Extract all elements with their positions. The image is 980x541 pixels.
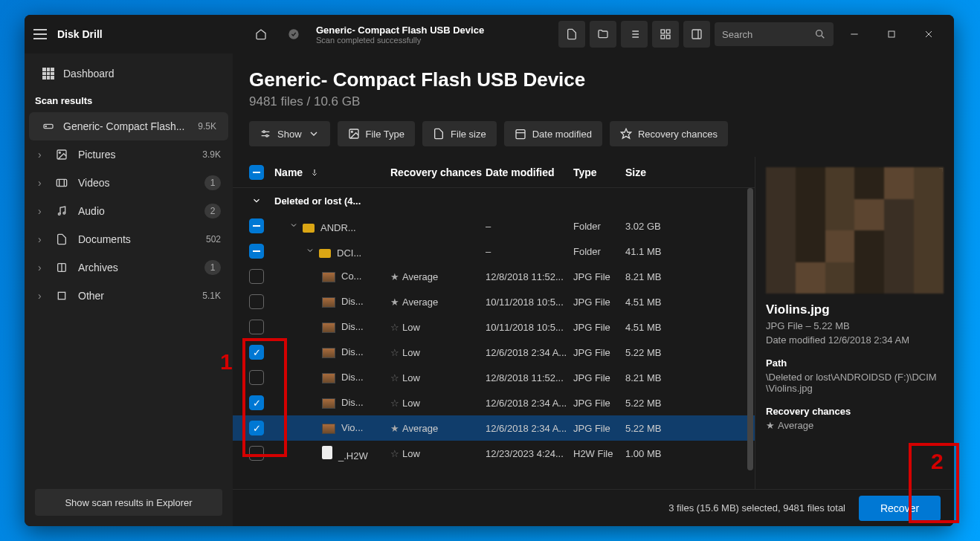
chevron-down-icon	[308, 128, 320, 140]
file-table: Name Recovery chances Date modified Type…	[233, 157, 755, 489]
app-title: Disk Drill	[57, 28, 103, 40]
row-checkbox[interactable]	[249, 446, 264, 461]
sidebar-item-archives[interactable]: › Archives 1	[25, 253, 233, 282]
table-header: Name Recovery chances Date modified Type…	[233, 157, 755, 188]
file-size-filter-button[interactable]: File size	[422, 121, 497, 146]
show-filter-button[interactable]: Show	[249, 121, 330, 146]
list-view-icon[interactable]	[621, 21, 648, 48]
svg-point-26	[58, 213, 60, 216]
file-icon	[322, 446, 332, 459]
star-empty-icon: ☆	[390, 372, 399, 383]
folder-view-icon[interactable]	[590, 21, 616, 48]
row-checkbox[interactable]	[249, 320, 264, 334]
column-date[interactable]: Date modified	[486, 166, 573, 178]
svg-point-20	[45, 126, 46, 126]
column-size[interactable]: Size	[625, 166, 746, 178]
sidebar-item-other[interactable]: › Other 5.1K	[25, 282, 233, 310]
table-row[interactable]: DCI... – Folder 41.1 MB	[233, 239, 755, 264]
dashboard-icon	[42, 68, 54, 80]
folder-icon	[303, 224, 315, 233]
file-type-filter-button[interactable]: File Type	[338, 121, 416, 146]
row-checkbox[interactable]	[249, 244, 264, 259]
maximize-button[interactable]	[875, 22, 908, 46]
svg-point-33	[263, 131, 265, 133]
row-checkbox[interactable]	[249, 370, 264, 385]
table-row[interactable]: ✓ Dis... ☆Low 12/6/2018 2:34 A... JPG Fi…	[233, 390, 755, 415]
sidebar-item-pictures[interactable]: › Pictures 3.9K	[25, 140, 233, 169]
other-icon	[56, 290, 69, 302]
row-checkbox[interactable]: ✓	[249, 395, 264, 410]
table-row[interactable]: ✓ Vio... ★Average 12/6/2018 2:34 A... JP…	[233, 415, 755, 441]
titlebar: Disk Drill Generic- Compact Flash USB De…	[25, 15, 954, 54]
recover-button[interactable]: Recover	[859, 496, 941, 521]
svg-line-14	[822, 36, 824, 38]
table-row[interactable]: Dis... ☆Low 12/8/2018 11:52... JPG File …	[233, 365, 755, 390]
close-button[interactable]	[912, 22, 945, 46]
chevron-down-icon	[289, 219, 298, 231]
sidebar-item-audio[interactable]: › Audio 2	[25, 197, 233, 225]
row-checkbox[interactable]	[249, 269, 264, 284]
svg-rect-16	[889, 31, 894, 37]
selection-status: 3 files (15.6 MB) selected, 9481 files t…	[668, 502, 845, 514]
recovery-chances-filter-button[interactable]: Recovery chances	[610, 121, 728, 146]
star-empty-icon: ☆	[390, 347, 399, 358]
table-row[interactable]: Dis... ☆Low 10/11/2018 10:5... JPG File …	[233, 314, 755, 340]
preview-recovery-value: ★Average	[766, 420, 944, 431]
svg-marker-39	[621, 129, 631, 138]
calendar-icon	[515, 128, 526, 140]
app-window: Disk Drill Generic- Compact Flash USB De…	[25, 15, 954, 526]
archive-icon	[56, 262, 69, 273]
row-checkbox[interactable]	[249, 294, 264, 309]
table-row[interactable]: ANDR... – Folder 3.02 GB	[233, 213, 755, 239]
scrollbar[interactable]	[747, 188, 753, 470]
search-input[interactable]: Search	[715, 22, 834, 46]
sidebar-dashboard[interactable]: Dashboard	[25, 59, 233, 88]
minimize-button[interactable]	[838, 22, 871, 46]
filter-bar: Show File Type File size Date modified R…	[233, 121, 954, 157]
image-thumb-icon	[322, 323, 335, 333]
select-all-checkbox[interactable]	[249, 165, 264, 180]
chevron-right-icon: ›	[38, 262, 47, 273]
chevron-right-icon: ›	[38, 177, 47, 189]
group-row[interactable]: Deleted or lost (4...	[233, 188, 755, 213]
column-type[interactable]: Type	[573, 166, 625, 178]
home-icon[interactable]	[248, 21, 274, 48]
svg-rect-7	[661, 30, 665, 33]
table-row[interactable]: Co... ★Average 12/8/2018 11:52... JPG Fi…	[233, 264, 755, 289]
row-checkbox[interactable]	[249, 218, 264, 233]
show-in-explorer-button[interactable]: Show scan results in Explorer	[35, 489, 222, 516]
panel-toggle-icon[interactable]	[683, 21, 710, 48]
sidebar-item-documents[interactable]: › Documents 502	[25, 225, 233, 253]
svg-rect-8	[666, 30, 670, 33]
main-panel: Generic- Compact Flash USB Device 9481 f…	[233, 54, 954, 526]
image-thumb-icon	[322, 297, 335, 308]
svg-point-27	[63, 212, 65, 214]
column-name[interactable]: Name	[271, 166, 390, 178]
sidebar-device[interactable]: Generic- Compact Flash... 9.5K	[29, 112, 228, 140]
image-thumb-icon	[322, 373, 335, 383]
sort-down-icon	[310, 166, 319, 178]
menu-icon[interactable]	[33, 29, 47, 39]
svg-rect-11	[692, 30, 701, 39]
audio-icon	[56, 205, 69, 217]
preview-path-label: Path	[766, 357, 944, 369]
image-thumb-icon	[322, 424, 335, 434]
row-checkbox[interactable]: ✓	[249, 421, 264, 435]
checkmark-circle-icon[interactable]	[280, 21, 307, 48]
preview-path: \Deleted or lost\ANDROIDSD (F:)\DCIM\Vio…	[766, 372, 944, 394]
sidebar-item-videos[interactable]: › Videos 1	[25, 169, 233, 197]
grid-view-icon[interactable]	[652, 21, 679, 48]
row-checkbox[interactable]: ✓	[249, 345, 264, 360]
table-row[interactable]: ✓ Dis... ☆Low 12/6/2018 2:34 A... JPG Fi…	[233, 340, 755, 365]
file-view-icon[interactable]	[558, 21, 585, 48]
date-modified-filter-button[interactable]: Date modified	[504, 121, 602, 146]
column-recovery[interactable]: Recovery chances	[390, 166, 486, 178]
image-thumb-icon	[322, 398, 335, 409]
star-empty-icon: ☆	[390, 322, 399, 333]
document-icon	[56, 233, 69, 245]
svg-rect-30	[58, 292, 65, 299]
table-row[interactable]: Dis... ★Average 10/11/2018 10:5... JPG F…	[233, 289, 755, 314]
star-empty-icon: ☆	[390, 448, 399, 459]
table-row[interactable]: _.H2W ☆Low 12/23/2023 4:24... H2W File 1…	[233, 441, 755, 466]
star-half-icon: ★	[390, 297, 399, 308]
